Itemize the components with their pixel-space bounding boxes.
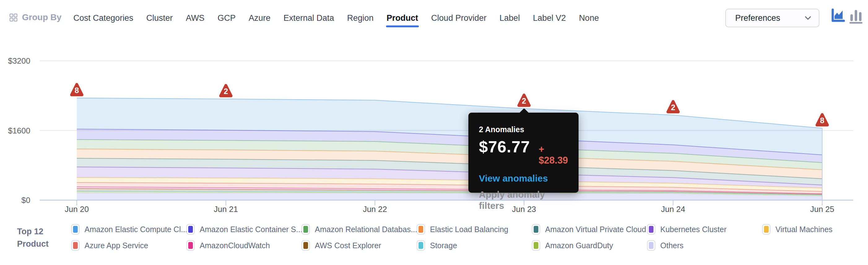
legend-color-chip (71, 240, 80, 251)
x-axis-label: Jun 20 (65, 205, 89, 214)
legend-color-chip (647, 224, 655, 235)
x-axis-label: Jun 25 (810, 205, 834, 214)
anomaly-count: 8 (820, 116, 824, 125)
anomaly-count: 8 (74, 86, 79, 95)
legend-color-chip (647, 240, 655, 251)
y-axis-label: $1600 (8, 126, 30, 135)
anomaly-marker-jun-25[interactable]: 8 (817, 114, 828, 125)
legend-color-chip (762, 224, 771, 235)
chart-area: $0$1600$3200Jun 20Jun 21Jun 22Jun 23Jun … (0, 34, 868, 220)
legend-item-label: Amazon GuardDuty (545, 241, 613, 250)
view-anomalies-link[interactable]: View anomalies (479, 173, 570, 184)
anomaly-count: 2 (224, 87, 228, 96)
legend-item-azure-app-service[interactable]: Azure App Service (71, 240, 186, 251)
legend-color-chip (186, 224, 195, 235)
anomaly-count: 2 (671, 103, 675, 112)
legend-title: Top 12 Product (17, 225, 56, 250)
anomaly-marker-jun-23[interactable]: 2 (519, 95, 529, 106)
legend-item-label: Others (660, 241, 683, 250)
legend-item-label: Amazon Elastic Compute Cl... (85, 225, 187, 234)
cost-analytics-page: Group By Cost CategoriesClusterAWSGCPAzu… (0, 0, 868, 265)
legend-item-amazon-relational-databas[interactable]: Amazon Relational Databas... (302, 224, 417, 235)
legend-color-chip (417, 240, 425, 251)
tooltip-anomaly-count: 2 Anomalies (479, 125, 570, 134)
legend-item-label: Azure App Service (85, 241, 148, 250)
legend-item-others[interactable]: Others (647, 240, 762, 251)
anomaly-count: 2 (522, 97, 526, 105)
legend-color-chip (532, 224, 540, 235)
legend-item-label: AmazonCloudWatch (200, 241, 270, 250)
anomaly-marker-jun-21[interactable]: 2 (221, 85, 231, 96)
anomaly-tooltip: 2 Anomalies $76.77 + $28.39 View anomali… (468, 113, 579, 193)
legend-item-amazon-elastic-container-s[interactable]: Amazon Elastic Container S... (186, 224, 302, 235)
legend-item-kubernetes-cluster[interactable]: Kubernetes Cluster (647, 224, 762, 235)
legend-item-storage[interactable]: Storage (417, 240, 532, 251)
legend-color-chip (532, 240, 540, 251)
apply-anomaly-filters-link[interactable]: Apply anomaly filters (479, 189, 570, 211)
legend-item-label: Storage (430, 241, 457, 250)
x-axis-label: Jun 22 (363, 205, 387, 214)
legend-item-label: Virtual Machines (775, 225, 832, 234)
legend-item-label: Amazon Relational Databas... (315, 225, 417, 234)
legend-item-elastic-load-balancing[interactable]: Elastic Load Balancing (417, 224, 532, 235)
legend-item-label: Kubernetes Cluster (660, 225, 726, 234)
legend-color-chip (71, 224, 80, 235)
legend-item-label: Amazon Elastic Container S... (200, 225, 303, 234)
legend-item-amazon-guardduty[interactable]: Amazon GuardDuty (532, 240, 647, 251)
legend-item-amazon-elastic-compute-cl[interactable]: Amazon Elastic Compute Cl... (71, 224, 186, 235)
anomaly-marker-jun-20[interactable]: 8 (71, 84, 82, 95)
legend-item-label: Elastic Load Balancing (430, 225, 508, 234)
legend-item-amazoncloudwatch[interactable]: AmazonCloudWatch (186, 240, 302, 251)
chart-legend: Amazon Elastic Compute Cl...Amazon Elast… (71, 224, 868, 251)
x-axis-label: Jun 21 (214, 205, 238, 214)
legend-color-chip (302, 224, 310, 235)
legend-color-chip (417, 224, 425, 235)
legend-item-label: Amazon Virtual Private Cloud (545, 225, 646, 234)
legend-item-label: AWS Cost Explorer (315, 241, 381, 250)
legend-item-aws-cost-explorer[interactable]: AWS Cost Explorer (302, 240, 417, 251)
y-axis-label: $0 (21, 195, 30, 205)
legend-item-amazon-virtual-private-cloud[interactable]: Amazon Virtual Private Cloud (532, 224, 647, 235)
legend-item-virtual-machines[interactable]: Virtual Machines (762, 224, 868, 235)
legend-color-chip (186, 240, 195, 251)
anomaly-marker-jun-24[interactable]: 2 (668, 102, 678, 112)
tooltip-cost-delta: + $28.39 (539, 144, 570, 166)
x-axis-label: Jun 24 (661, 205, 685, 214)
legend-color-chip (302, 240, 310, 251)
tooltip-cost-value: $76.77 (479, 137, 530, 156)
y-axis-label: $3200 (8, 56, 30, 65)
